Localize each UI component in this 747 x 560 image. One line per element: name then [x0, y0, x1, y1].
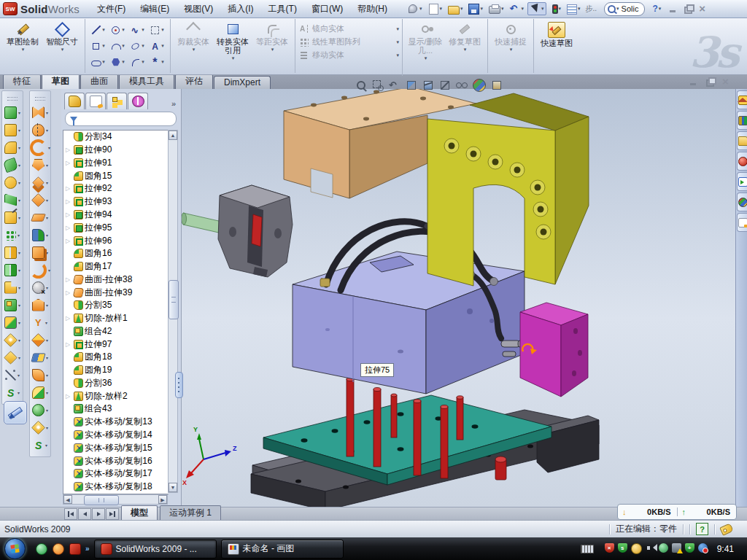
tree-item[interactable]: 圆角17 [63, 260, 169, 273]
clamp-yoke[interactable] [427, 93, 589, 286]
projected-curve-icon[interactable] [30, 436, 50, 454]
sketch-entity-button[interactable] [108, 54, 128, 70]
chevron-down-icon[interactable] [659, 6, 662, 12]
tree-item[interactable]: 拉伸93 [63, 195, 169, 209]
sketch-entity-button[interactable] [147, 22, 167, 38]
section-view-icon[interactable] [406, 79, 417, 91]
volume-icon[interactable] [646, 543, 655, 553]
display-style-icon[interactable] [439, 79, 451, 91]
doc-close-button[interactable] [721, 77, 731, 86]
appearances-icon[interactable] [737, 192, 747, 211]
tree-item[interactable]: 分割34 [63, 131, 169, 144]
save-icon[interactable] [466, 2, 485, 16]
ribbon-row-button[interactable]: 移动实体 [298, 50, 399, 61]
apply-scene-icon[interactable] [473, 79, 486, 92]
chevron-down-icon[interactable] [616, 6, 619, 12]
combine-tool-icon[interactable] [2, 296, 23, 314]
tree-item[interactable]: 拉伸91 [63, 157, 169, 170]
delete-face-icon[interactable] [30, 279, 50, 296]
expand-arrow-icon[interactable] [66, 289, 72, 296]
ribbon-button[interactable]: 剪裁实体 [174, 20, 213, 52]
next-tab-button[interactable] [92, 508, 105, 520]
shell-tool-icon[interactable] [2, 209, 23, 226]
menu-item[interactable]: 文件(F) [90, 1, 133, 18]
file-explorer-icon[interactable] [737, 131, 747, 150]
tree-item[interactable]: 曲面-拉伸39 [63, 286, 169, 299]
ribbon-button[interactable]: 快速草图 [537, 20, 576, 47]
safety-ball-icon[interactable] [53, 543, 64, 555]
command-tab[interactable]: 曲面 [80, 74, 118, 89]
fillet-tool-icon[interactable] [2, 139, 23, 156]
network-warning-icon[interactable] [672, 543, 681, 553]
menu-item[interactable]: 窗口(W) [304, 1, 350, 18]
revolve-boss-icon[interactable] [2, 174, 23, 191]
loft-boss-icon[interactable] [2, 191, 23, 209]
extend-surface-icon[interactable] [30, 156, 50, 174]
revolved-surface-icon[interactable] [30, 121, 50, 139]
select-cursor-icon[interactable] [527, 2, 546, 15]
lofted-surface-icon[interactable] [30, 174, 50, 191]
ribbon-button[interactable]: 转换实体引用 [213, 20, 252, 61]
tree-item[interactable]: 组合42 [63, 324, 169, 338]
ribbon-button[interactable]: 显示/删除几... [406, 20, 445, 61]
expand-arrow-icon[interactable] [66, 393, 72, 400]
scroll-right-button[interactable]: ▶ [158, 495, 167, 504]
traffic-light-icon[interactable] [548, 3, 564, 15]
curve-tool-icon[interactable] [2, 366, 23, 384]
options-icon[interactable] [565, 2, 583, 16]
tree-item[interactable]: 实体-移动/复制14 [63, 429, 169, 442]
previous-view-icon[interactable] [389, 79, 400, 91]
manager-tabs-overflow[interactable]: » [171, 99, 179, 109]
badge-icon[interactable] [631, 543, 642, 554]
messenger-status-icon[interactable] [698, 543, 708, 553]
tree-item[interactable]: 实体-移动/复制13 [63, 416, 169, 429]
ribbon-row-button[interactable]: 线性草图阵列 [298, 36, 399, 47]
tree-item[interactable]: 拉伸95 [63, 221, 169, 234]
tree-item[interactable]: 圆角18 [63, 351, 169, 364]
ribbon-button[interactable]: 智能尺寸 [42, 20, 82, 52]
planar-surface-icon[interactable] [30, 209, 50, 226]
sw-search-icon[interactable] [737, 152, 747, 171]
tree-item[interactable]: 切除-放样2 [63, 389, 169, 402]
tree-item[interactable]: 拉伸92 [63, 182, 169, 195]
scroll-thumb[interactable] [84, 495, 119, 505]
scroll-thumb[interactable] [169, 280, 179, 319]
feature-manager-tab[interactable] [64, 93, 85, 109]
tree-item[interactable]: 实体-移动/复制15 [63, 441, 169, 454]
configuration-manager-tab[interactable] [107, 93, 127, 109]
taskbar-task-button[interactable]: 未命名 - 画图 [221, 540, 344, 559]
extrude-cut-icon[interactable] [2, 121, 23, 139]
sketch-entity-button[interactable] [88, 38, 108, 54]
extrude-boss-icon[interactable] [2, 104, 23, 121]
command-tab[interactable]: 评估 [175, 74, 213, 89]
tree-item[interactable]: 曲面-拉伸38 [63, 273, 169, 286]
sketch-entity-button[interactable] [88, 54, 108, 70]
face-fillet-icon[interactable] [30, 384, 50, 401]
expand-arrow-icon[interactable] [66, 276, 72, 283]
open-file-icon[interactable] [446, 2, 465, 16]
health-shield-icon[interactable] [685, 543, 694, 553]
pin-icon[interactable] [405, 1, 425, 16]
command-tab[interactable]: 模具工具 [119, 74, 174, 89]
tree-item[interactable]: 组合43 [63, 402, 169, 416]
doc-restore-button[interactable] [705, 77, 715, 86]
stop-pin[interactable] [495, 456, 506, 480]
print-icon[interactable] [487, 2, 506, 15]
expand-arrow-icon[interactable] [66, 211, 72, 218]
sketch-entity-button[interactable] [128, 54, 147, 70]
rib-tool-icon[interactable] [2, 244, 23, 261]
tree-item[interactable]: 分割35 [63, 299, 169, 312]
expand-arrow-icon[interactable] [66, 198, 72, 205]
trim-surface-icon[interactable] [30, 349, 50, 366]
model-tab[interactable]: 模型 [121, 505, 158, 521]
model-tab[interactable]: 运动算例 1 [160, 505, 221, 521]
boundary-surface-icon[interactable] [30, 191, 50, 209]
deform-tool-icon[interactable] [2, 349, 23, 366]
ruled-surface-icon[interactable] [30, 261, 50, 279]
mirror-feature-icon[interactable] [2, 279, 23, 296]
zoom-fit-icon[interactable] [355, 79, 367, 91]
menu-item[interactable]: 视图(V) [177, 1, 220, 18]
menu-item[interactable]: 工具(T) [261, 1, 304, 18]
taskbar-task-button[interactable]: SolidWorks 2009 - ... [94, 540, 217, 559]
ribbon-button[interactable]: 快速捕捉 [491, 20, 530, 52]
